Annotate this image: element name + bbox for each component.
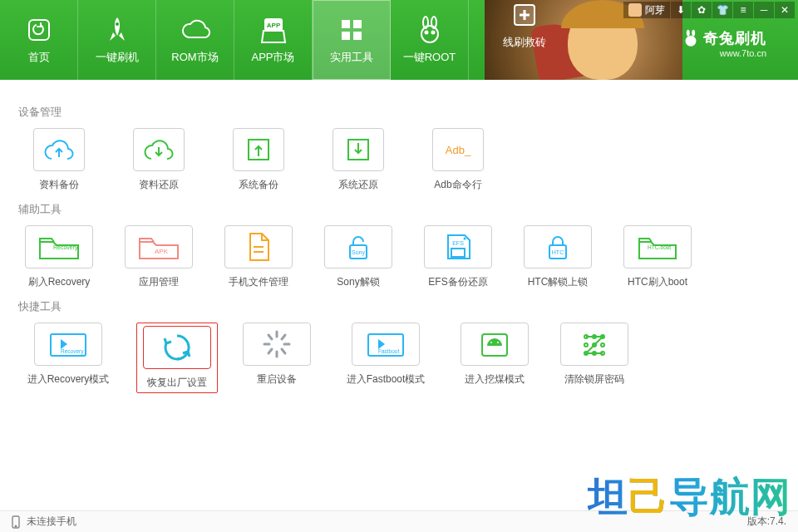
- svg-point-12: [431, 32, 434, 34]
- nav-tools[interactable]: 实用工具: [313, 0, 391, 80]
- close-icon[interactable]: ✕: [775, 2, 795, 18]
- svg-rect-5: [353, 20, 362, 28]
- pattern-icon: [577, 328, 612, 361]
- tool-enter-fastboot[interactable]: Fastboot 进入Fastboot模式: [336, 323, 436, 393]
- svg-line-36: [268, 349, 272, 353]
- htc-boot-folder-icon: HTC-boot: [634, 230, 681, 264]
- svg-point-24: [464, 238, 466, 240]
- app-header: 首页 一键刷机 ROM市场 APP APP市场 实用工具 一键ROOT 线刷救: [0, 0, 798, 80]
- nav-label: 实用工具: [330, 50, 373, 65]
- nav-app-market[interactable]: APP APP市场: [234, 0, 313, 80]
- svg-point-11: [425, 32, 427, 34]
- recovery-arrow-icon: Recovery: [44, 328, 92, 361]
- window-titlebar: 阿芽 ⬇ ✿ 👕 ≡ ─ ✕: [623, 2, 795, 18]
- plus-grid-icon: [512, 0, 537, 30]
- svg-text:Sony: Sony: [352, 249, 365, 256]
- brand-url: www.7to.cn: [682, 48, 766, 58]
- tool-clear-lock[interactable]: 清除锁屏密码: [554, 323, 635, 393]
- avatar: [628, 3, 642, 17]
- tool-factory-reset[interactable]: 恢复出厂设置: [136, 323, 218, 393]
- tool-htc-unlock[interactable]: HTC HTC解锁上锁: [517, 225, 598, 289]
- tool-backup[interactable]: 资料备份: [18, 128, 100, 192]
- tool-adb[interactable]: Adb_ Adb命令行: [417, 128, 499, 192]
- user-chip[interactable]: 阿芽: [623, 2, 670, 18]
- svg-line-32: [282, 335, 285, 339]
- nav-label: 线刷救砖: [503, 35, 546, 50]
- section-title-quick: 快捷工具: [18, 299, 780, 314]
- rocket-icon: [105, 15, 130, 45]
- tool-label: 手机文件管理: [229, 275, 288, 289]
- tool-restore[interactable]: 资料还原: [118, 128, 200, 192]
- tool-sony-unlock[interactable]: Sony Sony解锁: [318, 225, 399, 289]
- nav-line-flash[interactable]: 线刷救砖: [485, 0, 564, 50]
- svg-line-38: [268, 335, 272, 339]
- skin-icon[interactable]: ✿: [692, 2, 712, 18]
- nav-label: ROM市场: [171, 50, 218, 65]
- tool-efs-backup[interactable]: EFS EFS备份还原: [417, 225, 499, 289]
- tool-label: 进入Recovery模式: [27, 372, 110, 387]
- svg-point-42: [490, 342, 492, 343]
- cloud-icon: [180, 15, 211, 45]
- tool-label: Sony解锁: [337, 275, 379, 289]
- download-icon[interactable]: ⬇: [671, 2, 691, 18]
- svg-point-1: [116, 22, 119, 26]
- tool-label: 恢复出厂设置: [147, 376, 207, 390]
- minimize-icon[interactable]: ─: [754, 2, 774, 18]
- tool-label: 系统备份: [239, 178, 278, 192]
- version-text: 版本:7.4.: [747, 515, 786, 529]
- tool-label: HTC解锁上锁: [528, 275, 589, 289]
- content-area: 设备管理 资料备份 资料还原 系统备份 系统还原 Adb_ Adb命令行 辅助工…: [0, 80, 798, 510]
- tool-file-manage[interactable]: 手机文件管理: [218, 225, 299, 289]
- svg-text:HTC-boot: HTC-boot: [648, 244, 671, 250]
- svg-text:APK: APK: [155, 248, 169, 255]
- nav-label: 一键刷机: [96, 50, 139, 65]
- tool-sys-restore[interactable]: 系统还原: [318, 128, 399, 192]
- refresh-icon: [27, 15, 52, 45]
- sync-icon: [160, 330, 195, 365]
- nav-rom-market[interactable]: ROM市场: [156, 0, 234, 80]
- tool-label: HTC刷入boot: [628, 275, 687, 289]
- device-row: 资料备份 资料还原 系统备份 系统还原 Adb_ Adb命令行: [18, 128, 780, 192]
- section-title-assist: 辅助工具: [18, 202, 780, 217]
- cloud-download-icon: [141, 137, 176, 162]
- svg-rect-7: [353, 32, 362, 40]
- tool-label: 重启设备: [257, 372, 297, 387]
- quick-row: Recovery 进入Recovery模式 恢复出厂设置 重启设备 Fastbo…: [18, 323, 780, 393]
- tool-app-manage[interactable]: APK 应用管理: [118, 225, 200, 289]
- status-text: 未连接手机: [27, 515, 76, 529]
- svg-rect-23: [451, 249, 465, 257]
- svg-point-47: [584, 343, 588, 347]
- svg-point-14: [687, 30, 690, 37]
- tool-enter-recovery[interactable]: Recovery 进入Recovery模式: [18, 323, 118, 393]
- tool-label: 资料还原: [139, 178, 179, 192]
- svg-point-16: [686, 36, 697, 47]
- svg-text:HTC: HTC: [552, 249, 564, 255]
- tool-label: 刷入Recovery: [28, 275, 91, 289]
- svg-point-10: [421, 26, 438, 42]
- tool-reboot[interactable]: 重启设备: [236, 323, 318, 393]
- fastboot-icon: Fastboot: [362, 328, 410, 361]
- lock-sony-icon: Sony: [342, 230, 375, 264]
- grid-icon: [339, 15, 364, 45]
- box-down-icon: [343, 135, 373, 165]
- tool-enter-miner[interactable]: 进入挖煤模式: [454, 323, 535, 393]
- svg-text:Recovery: Recovery: [53, 244, 78, 251]
- nav-one-key-root[interactable]: 一键ROOT: [391, 0, 469, 80]
- menu-icon[interactable]: ≡: [733, 2, 753, 18]
- tool-label: Adb命令行: [434, 178, 481, 192]
- tool-flash-recovery[interactable]: Recovery 刷入Recovery: [18, 225, 100, 289]
- tool-sys-backup[interactable]: 系统备份: [218, 128, 299, 192]
- lock-htc-icon: HTC: [541, 230, 574, 264]
- box-up-icon: [244, 135, 273, 165]
- phone-icon: [12, 515, 20, 529]
- app-bag-icon: APP: [260, 15, 287, 45]
- nav-label: 首页: [28, 50, 50, 65]
- nav-home[interactable]: 首页: [0, 0, 78, 80]
- nav-one-key-flash[interactable]: 一键刷机: [78, 0, 156, 80]
- tool-label: EFS备份还原: [428, 275, 487, 289]
- recovery-folder-icon: Recovery: [35, 230, 83, 264]
- shirt-icon[interactable]: 👕: [712, 2, 732, 18]
- spinner-icon: [259, 327, 294, 362]
- nav-label: APP市场: [251, 50, 294, 65]
- tool-htc-boot[interactable]: HTC-boot HTC刷入boot: [617, 225, 698, 289]
